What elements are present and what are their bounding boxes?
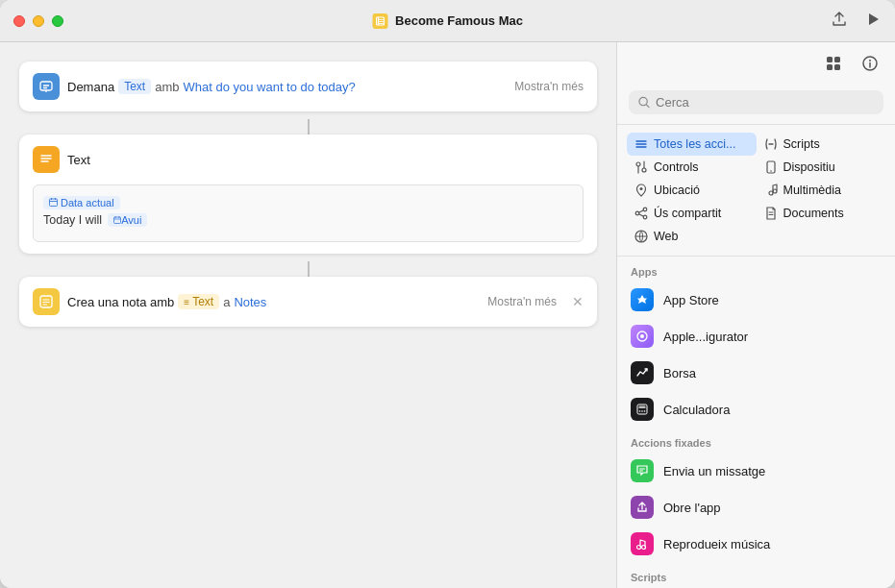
category-controls-label: Controls	[654, 160, 699, 174]
svg-line-33	[646, 105, 649, 108]
svg-point-66	[642, 546, 646, 550]
actions-list: Apps App Store	[617, 257, 895, 588]
svg-line-50	[639, 210, 644, 212]
svg-point-38	[636, 162, 640, 166]
calculadora-icon	[631, 398, 654, 421]
category-dispositiu-label: Dispositiu	[783, 160, 835, 174]
info-button[interactable]	[857, 50, 883, 77]
envia-missatge-icon	[631, 459, 654, 482]
svg-line-51	[639, 214, 644, 216]
search-input-wrap	[629, 90, 883, 114]
crea-card-icon	[33, 288, 60, 315]
category-scripts[interactable]: Scripts	[757, 133, 886, 156]
titlebar-title: Become Famous Mac	[372, 13, 523, 29]
obre-app-label: Obre l'app	[663, 501, 721, 515]
document-icon	[764, 207, 778, 220]
svg-point-46	[773, 189, 777, 193]
envia-missatge-label: Envia un missatge	[663, 464, 765, 478]
search-icon	[638, 96, 650, 109]
maximize-button[interactable]	[52, 15, 63, 27]
window-title: Become Famous Mac	[395, 13, 523, 28]
connector-1	[19, 119, 597, 135]
svg-point-48	[643, 215, 647, 219]
svg-rect-28	[834, 64, 840, 70]
action-apple-igurator[interactable]: Apple...igurator	[617, 318, 895, 355]
workflow-canvas: Demana Text amb What do you want to do t…	[0, 42, 616, 588]
app-store-label: App Store	[663, 293, 719, 307]
titlebar-actions	[830, 10, 882, 33]
app-icon	[372, 13, 387, 29]
svg-rect-17	[114, 217, 121, 224]
info-icon	[861, 55, 879, 72]
body-text-content: Today I will	[43, 213, 102, 227]
ask-icon	[38, 79, 54, 94]
svg-point-61	[641, 410, 643, 412]
body-text: Today I will Avui	[43, 213, 573, 227]
action-borsa[interactable]: Borsa	[617, 355, 895, 391]
svg-rect-25	[827, 57, 833, 62]
category-totes[interactable]: Totes les acci...	[627, 133, 757, 156]
close-button[interactable]	[13, 15, 25, 27]
svg-rect-26	[834, 57, 840, 62]
location-icon	[634, 184, 648, 197]
search-input[interactable]	[656, 95, 874, 110]
demana-connector: amb	[155, 80, 179, 94]
play-icon	[866, 12, 880, 26]
crea-close-button[interactable]: ✕	[572, 294, 584, 309]
open-app-icon	[635, 501, 649, 514]
category-totes-label: Totes les acci...	[654, 137, 735, 151]
demana-card-header: Demana Text amb What do you want to do t…	[19, 61, 597, 111]
action-obre-app[interactable]: Obre l'app	[617, 489, 895, 526]
category-ubicacio-label: Ubicació	[654, 184, 700, 197]
text-icon	[38, 152, 54, 167]
minimize-button[interactable]	[33, 15, 44, 27]
category-controls[interactable]: Controls	[627, 156, 757, 179]
svg-point-45	[769, 191, 773, 195]
content-area: Demana Text amb What do you want to do t…	[0, 42, 895, 588]
action-reprodueix-musica[interactable]: Reprodueix música	[617, 526, 895, 562]
list-icon	[634, 137, 648, 151]
demana-prompt[interactable]: What do you want to do today?	[183, 80, 355, 94]
text-card-icon	[33, 146, 60, 173]
sidebar: Totes les acci... Scripts	[616, 42, 895, 588]
action-envia-missatge[interactable]: Envia un missatge	[617, 453, 895, 489]
music-icon	[764, 184, 778, 197]
category-ubicacio[interactable]: Ubicació	[627, 179, 757, 202]
svg-point-30	[869, 60, 871, 61]
calculator-logo	[635, 403, 649, 416]
category-dispositiu[interactable]: Dispositiu	[757, 156, 886, 179]
app-store-icon	[631, 288, 654, 311]
titlebar: Become Famous Mac	[0, 0, 895, 42]
section-apps-header: Apps	[617, 257, 895, 282]
reprodueix-musica-label: Reprodueix música	[663, 537, 770, 551]
date-badge: Data actual	[43, 196, 120, 209]
action-calculadora[interactable]: Calculadora	[617, 391, 895, 428]
category-multimedia[interactable]: Multimèdia	[757, 179, 886, 202]
svg-point-60	[639, 410, 641, 412]
play-button[interactable]	[864, 11, 882, 32]
text-card-header: Text	[19, 135, 597, 184]
crea-label: Crea una nota amb	[67, 295, 174, 309]
category-web[interactable]: Web	[627, 225, 757, 248]
category-compartit[interactable]: Ús compartit	[627, 202, 757, 225]
crea-title-area: Crea una nota amb ≡ Text a Notes	[67, 294, 480, 309]
demana-show-more[interactable]: Mostra'n més	[514, 80, 584, 93]
scripts-icon	[764, 137, 778, 151]
svg-point-49	[635, 211, 639, 215]
demana-label: Demana	[67, 80, 114, 94]
category-multimedia-label: Multimèdia	[783, 184, 841, 197]
category-documents[interactable]: Documents	[757, 202, 886, 225]
connector-2	[19, 261, 597, 277]
share-button[interactable]	[830, 10, 849, 33]
crea-show-more[interactable]: Mostra'n més	[487, 295, 557, 308]
action-app-store[interactable]: App Store	[617, 282, 895, 318]
crea-notes-link[interactable]: Notes	[234, 295, 266, 309]
grid-view-button[interactable]	[820, 50, 847, 77]
calendar-icon	[49, 198, 58, 207]
category-documents-label: Documents	[783, 207, 844, 220]
text-card-body-inner[interactable]: Data actual Today I will	[33, 184, 584, 242]
svg-point-57	[640, 334, 644, 338]
configurator-logo	[635, 330, 649, 343]
section-scripts-header: Scripts	[617, 562, 895, 587]
sidebar-topbar	[617, 42, 895, 81]
